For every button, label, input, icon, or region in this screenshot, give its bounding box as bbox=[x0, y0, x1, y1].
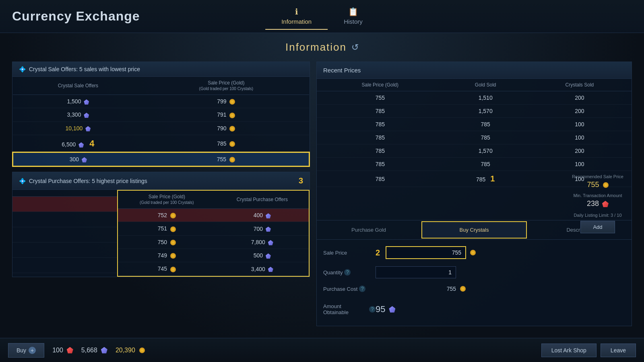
table-row[interactable] bbox=[12, 212, 117, 227]
crystal-purchase-icon: 💠 bbox=[19, 178, 26, 184]
badge-4: 4 bbox=[89, 138, 94, 149]
table-row[interactable]: 745 3,400 bbox=[118, 262, 309, 276]
daily-limit-label: Daily Listing Limit: 3 / 10 bbox=[568, 213, 628, 218]
table-row[interactable] bbox=[12, 197, 117, 212]
page-header: Information ↺ bbox=[12, 41, 632, 53]
crystal-gem-icon bbox=[266, 213, 271, 218]
tab-history[interactable]: 📋 History bbox=[328, 3, 379, 30]
bottom-bar: Buy + 100 5,668 20,390 Lost Ark Shop Lea… bbox=[0, 338, 644, 362]
col-sale-price-gold: Sale Price (Gold)(Gold traded per 100 Cr… bbox=[143, 77, 309, 95]
purchase-offers-table-wrapper: Sale Price (Gold)(Gold traded per 100 Cr… bbox=[117, 190, 310, 276]
table-row[interactable]: 749 500 bbox=[118, 249, 309, 262]
amount-obtainable-value: 95 bbox=[376, 304, 395, 315]
gold-icon bbox=[170, 213, 176, 218]
table-row-highlighted[interactable]: 752 400 bbox=[118, 209, 309, 222]
history-icon: 📋 bbox=[348, 7, 358, 16]
add-button[interactable]: Add bbox=[580, 221, 615, 233]
table-row[interactable]: 10,100 790 bbox=[13, 121, 309, 135]
gold-icon-cost bbox=[460, 286, 466, 292]
crystal-obtainable-icon bbox=[389, 306, 395, 313]
bottom-currency-2: 5,668 bbox=[81, 347, 107, 354]
quantity-label: Quantity ? bbox=[323, 269, 376, 276]
table-row[interactable] bbox=[12, 258, 117, 273]
information-icon: ℹ bbox=[295, 7, 298, 16]
sale-price-label: Sale Price bbox=[323, 250, 376, 256]
table-row[interactable]: 3,300 791 bbox=[13, 108, 309, 121]
purchase-offers-container: Sale Price (Gold)(Gold traded per 100 Cr… bbox=[12, 190, 310, 276]
table-row[interactable]: 785785100 bbox=[317, 131, 632, 144]
leave-button[interactable]: Leave bbox=[601, 343, 636, 357]
purchase-offers-left bbox=[12, 190, 117, 276]
ruby-gem-min bbox=[602, 201, 609, 207]
gold-icon bbox=[170, 226, 176, 232]
table-row[interactable]: 1,500 799 bbox=[13, 95, 309, 108]
tab-purchase-gold[interactable]: Purchase Gold bbox=[317, 220, 421, 239]
bottom-currency-3: 20,390 bbox=[116, 347, 145, 354]
sale-price-input[interactable] bbox=[386, 246, 466, 259]
obtainable-help-icon[interactable]: ? bbox=[369, 306, 376, 313]
col-crystal-sale-offers: Crystal Sale Offers bbox=[13, 77, 143, 95]
crystal-gem-icon bbox=[266, 253, 271, 259]
tab-information[interactable]: ℹ Information bbox=[265, 3, 328, 30]
purchase-cost-row: Purchase Cost ? 755 bbox=[323, 283, 625, 294]
quantity-row: Quantity ? bbox=[323, 264, 625, 281]
recent-prices-header: Recent Prices bbox=[317, 62, 632, 79]
right-info-sidebar: Recommended Sale Price 755 Min. Transact… bbox=[564, 170, 632, 237]
left-panel: 💠 Crystal Sale Offers: 5 sales with lowe… bbox=[12, 62, 310, 326]
bottom-currency-1: 100 bbox=[52, 347, 73, 354]
tab-history-label: History bbox=[344, 18, 363, 25]
gold-icon bbox=[229, 99, 235, 105]
table-row[interactable]: 751 700 bbox=[118, 222, 309, 235]
refresh-button[interactable]: ↺ bbox=[351, 42, 359, 53]
buy-button[interactable]: Buy + bbox=[8, 343, 44, 358]
table-row[interactable] bbox=[12, 243, 117, 258]
crystal-gem-icon bbox=[84, 99, 89, 105]
crystal-gem-icon bbox=[268, 267, 273, 272]
main-content: Information ↺ 💠 Crystal Sale Offers: 5 s… bbox=[0, 33, 644, 338]
content-grid: 💠 Crystal Sale Offers: 5 sales with lowe… bbox=[12, 62, 632, 326]
table-row[interactable]: 785785100 bbox=[317, 158, 632, 171]
gold-icon bbox=[229, 157, 235, 162]
table-row[interactable]: 7851,570200 bbox=[317, 144, 632, 158]
crystal-purchase-offers-title: Crystal Purchase Offers: 5 highest price… bbox=[29, 178, 147, 184]
crystal-gem-icon bbox=[268, 240, 273, 245]
badge-2: 2 bbox=[376, 248, 380, 257]
purchase-offers-table: Sale Price (Gold)(Gold traded per 100 Cr… bbox=[118, 191, 309, 276]
gold-icon-bottom bbox=[139, 348, 145, 353]
gold-icon bbox=[229, 126, 235, 132]
sale-price-row: Sale Price 2 bbox=[323, 244, 625, 261]
table-row[interactable]: 785785100 bbox=[317, 118, 632, 131]
top-navigation: ℹ Information 📋 History bbox=[265, 3, 379, 30]
purchase-cost-label: Purchase Cost ? bbox=[323, 286, 376, 292]
badge-3: 3 bbox=[299, 176, 303, 185]
ruby-gem-bottom bbox=[67, 347, 73, 354]
table-row[interactable]: 7551,510200 bbox=[317, 91, 632, 105]
purchase-cost-help-icon[interactable]: ? bbox=[359, 286, 365, 292]
crystal-purchase-offers-header: 💠 Crystal Purchase Offers: 5 highest pri… bbox=[12, 172, 310, 190]
plus-icon: + bbox=[29, 347, 36, 354]
rec-sale-price-value: 755 bbox=[568, 181, 628, 189]
crystal-gem-icon bbox=[82, 157, 87, 162]
sale-price-value: 2 bbox=[376, 246, 476, 259]
lost-ark-shop-button[interactable]: Lost Ark Shop bbox=[541, 343, 597, 357]
crystal-gem-bottom bbox=[101, 347, 107, 354]
table-row[interactable] bbox=[12, 227, 117, 243]
quantity-input[interactable] bbox=[376, 266, 456, 278]
crystal-gem-icon bbox=[85, 126, 91, 132]
page-title: Currency Exchange bbox=[12, 9, 140, 24]
right-panel: Recent Prices Sale Price (Gold) Gold Sol… bbox=[316, 62, 632, 326]
min-transaction-value: 238 bbox=[568, 200, 628, 208]
table-row[interactable]: 750 7,800 bbox=[118, 235, 309, 249]
gold-icon-rec bbox=[603, 182, 609, 188]
table-row[interactable]: 6,500 4 785 bbox=[13, 135, 309, 152]
quantity-help-icon[interactable]: ? bbox=[344, 269, 351, 276]
purchase-cost-value: 755 bbox=[376, 286, 466, 292]
table-row[interactable]: 7851,570200 bbox=[317, 105, 632, 118]
quantity-value bbox=[376, 266, 456, 278]
table-row-selected[interactable]: 300 755 bbox=[13, 152, 309, 166]
tab-buy-crystals[interactable]: Buy Crystals bbox=[421, 221, 527, 239]
crystal-gem-icon bbox=[266, 226, 271, 232]
rec-sale-price-label: Recommended Sale Price bbox=[568, 174, 628, 179]
amount-obtainable-row: Amount Obtainable ? 95 bbox=[323, 301, 625, 318]
gold-icon-sale bbox=[470, 250, 476, 255]
